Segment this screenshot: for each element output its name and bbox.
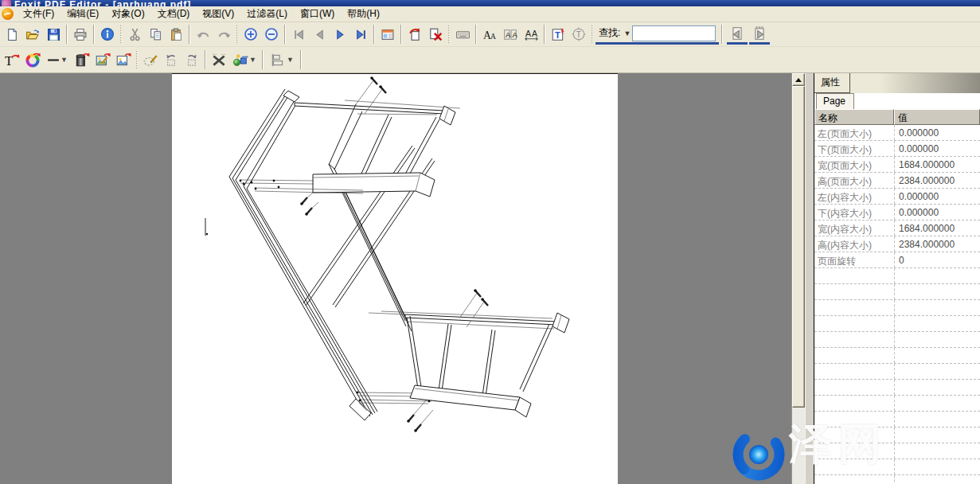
property-row-empty bbox=[814, 380, 980, 396]
property-row[interactable]: 宽(页面大小)1684.000000 bbox=[814, 157, 980, 173]
property-name: 下(内容大小) bbox=[814, 205, 894, 220]
toolbar-grip bbox=[447, 25, 450, 43]
cut-button[interactable] bbox=[124, 24, 145, 45]
delete-page-icon bbox=[428, 27, 443, 41]
edit-image-button[interactable] bbox=[92, 49, 113, 70]
align-objects-button[interactable]: ▼ bbox=[266, 49, 298, 70]
property-row-empty bbox=[814, 396, 980, 412]
previous-page-button[interactable] bbox=[309, 24, 330, 45]
select-object-button[interactable] bbox=[140, 49, 161, 70]
menu-item-filter[interactable]: 过滤器(L) bbox=[240, 6, 294, 23]
page-layout-button[interactable] bbox=[377, 24, 398, 45]
document-menu-icon[interactable] bbox=[2, 8, 14, 20]
rotate-page-button[interactable] bbox=[404, 24, 425, 45]
add-text-object-button[interactable]: T bbox=[2, 49, 22, 70]
menu-item-window[interactable]: 窗口(W) bbox=[294, 6, 341, 23]
delete-page-button[interactable] bbox=[425, 24, 446, 45]
property-row[interactable]: 高(内容大小)2384.000000 bbox=[814, 236, 980, 252]
toolbar-separator bbox=[66, 25, 68, 44]
menu-item-help[interactable]: 帮助(H) bbox=[341, 6, 386, 23]
font-width-button[interactable]: AA bbox=[521, 24, 541, 45]
properties-table-body: 左(页面大小)0.000000下(页面大小)0.000000宽(页面大小)168… bbox=[814, 125, 980, 484]
find-next-button[interactable] bbox=[749, 23, 770, 44]
find-input[interactable] bbox=[632, 25, 716, 41]
column-header-value[interactable]: 值 bbox=[894, 109, 980, 125]
property-value: 0.000000 bbox=[894, 205, 980, 220]
zoom-out-button[interactable] bbox=[261, 24, 282, 45]
new-document-button[interactable] bbox=[2, 24, 22, 45]
find-previous-button[interactable] bbox=[727, 23, 748, 44]
redo-button[interactable] bbox=[213, 24, 234, 45]
panel-gutter[interactable] bbox=[805, 73, 814, 484]
menu-item-document[interactable]: 文档(D) bbox=[151, 6, 197, 23]
property-row[interactable]: 左(页面大小)0.000000 bbox=[814, 125, 980, 141]
shading-button[interactable] bbox=[72, 49, 92, 70]
last-page-button[interactable] bbox=[350, 24, 371, 45]
find-previous-icon bbox=[730, 26, 744, 41]
find-history-dropdown[interactable]: ▼ bbox=[622, 26, 632, 41]
menu-item-view[interactable]: 视图(V) bbox=[196, 6, 240, 23]
property-row-empty bbox=[814, 412, 980, 427]
replace-image-button[interactable] bbox=[113, 49, 134, 70]
menu-item-file[interactable]: 文件(F) bbox=[17, 6, 61, 23]
add-text-button[interactable]: T bbox=[548, 24, 568, 45]
property-row-empty bbox=[814, 459, 980, 475]
menu-item-edit[interactable]: 编辑(E) bbox=[61, 6, 105, 23]
property-row-empty bbox=[814, 316, 980, 332]
next-page-button[interactable] bbox=[330, 24, 350, 45]
next-page-icon bbox=[334, 28, 347, 41]
line-style-button[interactable]: ▼ bbox=[43, 49, 72, 70]
copy-icon bbox=[149, 28, 162, 41]
object-color-button[interactable] bbox=[22, 49, 43, 70]
vertical-scrollbar[interactable] bbox=[791, 73, 805, 484]
property-value bbox=[894, 427, 980, 443]
open-file-button[interactable] bbox=[22, 24, 43, 45]
property-row-empty bbox=[814, 443, 980, 459]
column-header-name[interactable]: 名称 bbox=[814, 109, 894, 125]
scroll-up-button[interactable] bbox=[792, 73, 805, 86]
property-row[interactable]: 宽(内容大小)1684.000000 bbox=[814, 221, 980, 236]
menu-item-object[interactable]: 对象(O) bbox=[105, 6, 150, 23]
property-row[interactable]: 下(内容大小)0.000000 bbox=[814, 205, 980, 221]
property-value bbox=[894, 459, 980, 474]
rotate-object-left-button[interactable] bbox=[161, 49, 182, 70]
toolbar-separator bbox=[189, 25, 190, 44]
find-group: 查找: ▼ bbox=[595, 24, 719, 45]
property-value: 0.000000 bbox=[894, 189, 980, 204]
property-row[interactable]: 页面旋转0 bbox=[814, 252, 980, 268]
first-page-button[interactable] bbox=[288, 24, 309, 45]
property-row[interactable]: 高(页面大小)2384.000000 bbox=[814, 173, 980, 189]
insert-shape-button[interactable]: ▼ bbox=[229, 49, 260, 70]
property-value bbox=[894, 332, 980, 347]
delete-object-button[interactable] bbox=[209, 49, 229, 70]
property-name bbox=[814, 443, 894, 459]
property-row-empty bbox=[814, 300, 980, 316]
undo-icon bbox=[196, 28, 211, 41]
font-kerning-button[interactable]: AA bbox=[500, 24, 521, 45]
rotate-page-icon bbox=[408, 27, 422, 41]
property-name: 宽(内容大小) bbox=[814, 221, 894, 236]
tab-page[interactable]: Page bbox=[816, 93, 854, 109]
property-row[interactable]: 下(页面大小)0.000000 bbox=[814, 141, 980, 157]
pdf-page[interactable] bbox=[172, 73, 618, 484]
font-size-button[interactable]: AA bbox=[479, 24, 500, 45]
undo-button[interactable] bbox=[193, 24, 213, 45]
svg-text:A: A bbox=[512, 30, 517, 39]
copy-button[interactable] bbox=[145, 24, 166, 45]
property-row[interactable]: 左(内容大小)0.000000 bbox=[814, 189, 980, 205]
svg-text:A: A bbox=[490, 32, 496, 40]
paste-button[interactable] bbox=[166, 24, 186, 45]
toolbar-separator bbox=[544, 25, 545, 44]
virtual-keyboard-button[interactable] bbox=[452, 24, 473, 45]
save-file-button[interactable] bbox=[43, 24, 64, 45]
print-button[interactable] bbox=[70, 24, 91, 45]
scroll-up-arrow-icon bbox=[795, 78, 802, 82]
zoom-in-button[interactable] bbox=[240, 24, 261, 45]
document-info-button[interactable] bbox=[97, 24, 118, 45]
property-name bbox=[814, 316, 894, 331]
rotate-object-right-button[interactable] bbox=[182, 49, 202, 70]
property-name: 宽(页面大小) bbox=[814, 157, 894, 172]
text-frame-button[interactable]: T bbox=[568, 24, 589, 45]
property-value bbox=[894, 380, 980, 395]
scrollbar-thumb[interactable] bbox=[792, 86, 805, 408]
